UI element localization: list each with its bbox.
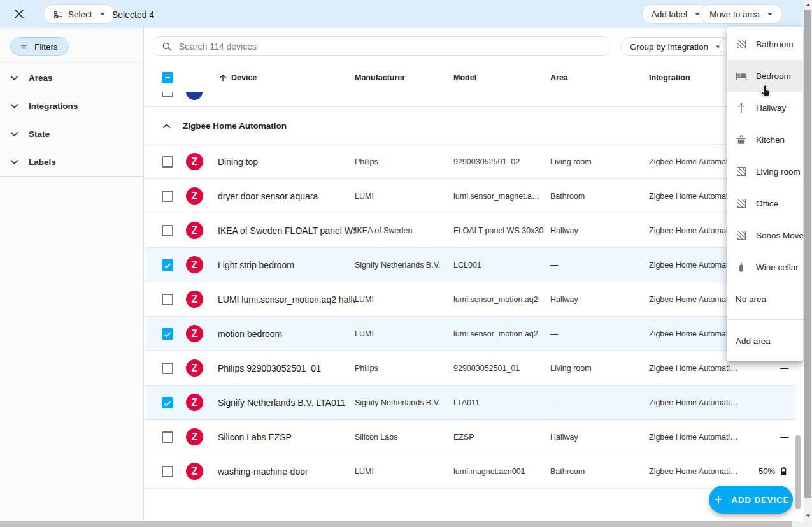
zigbee-logo-icon: Z	[186, 394, 203, 411]
device-row-washing-machine-door[interactable]: Zwashing-machine-doorLUMIlumi.magnet.acn…	[145, 454, 796, 489]
device-manufacturer: Philips	[355, 364, 453, 373]
filters-button[interactable]: Filters	[10, 37, 69, 56]
area-menu-item-label: Kitchen	[756, 135, 785, 145]
area-menu-item-add-area[interactable]: Add area	[727, 325, 803, 357]
device-model: LTA011	[453, 398, 550, 407]
table-scrollbar-thumb[interactable]	[795, 435, 801, 509]
horizontal-scrollbar[interactable]	[0, 521, 804, 527]
close-icon[interactable]	[13, 8, 25, 20]
area-menu-item-living-room[interactable]: Living room	[727, 155, 803, 187]
device-row-ikea-of-sweden-floalt-panel-ws[interactable]: ZIKEA of Sweden FLOALT panel WSIKEA of S…	[145, 213, 796, 248]
cooking-pot-icon	[736, 134, 747, 145]
area-menu-item-sonos-move[interactable]: Sonos Move	[727, 219, 803, 251]
partially-scrolled-row[interactable]	[145, 92, 796, 107]
vertical-scrollbar-thumb[interactable]	[804, 10, 811, 498]
column-header-area[interactable]: Area	[550, 73, 649, 82]
search-box[interactable]	[153, 36, 609, 56]
device-row-lumi-lumi-sensor-motion-aq2-hallw[interactable]: ZLUMI lumi.sensor_motion.aq2 hallwLUMIlu…	[145, 282, 796, 317]
device-manufacturer: LUMI	[355, 295, 453, 304]
device-area: Bathroom	[550, 192, 649, 201]
texture-area-icon	[737, 231, 746, 240]
menu-divider	[727, 319, 803, 320]
device-integration: Zigbee Home Automati…	[649, 433, 753, 442]
search-icon	[161, 41, 173, 52]
scroll-up-arrow-icon[interactable]	[806, 3, 811, 8]
row-checkbox[interactable]	[162, 225, 173, 236]
device-name: Silicon Labs EZSP	[218, 432, 355, 442]
filter-icon	[18, 41, 29, 52]
zigbee-logo-icon: Z	[186, 359, 203, 377]
device-row-dining-top[interactable]: ZDining topPhilips929003052501_02Living …	[145, 145, 796, 179]
select-mode-button[interactable]: Select	[43, 4, 115, 24]
device-area: —	[550, 261, 649, 270]
device-manufacturer: IKEA of Sweden	[355, 226, 453, 235]
row-checkbox[interactable]	[162, 191, 173, 202]
bed-icon	[736, 70, 747, 82]
select-button-label: Select	[68, 10, 92, 19]
device-area: Bathroom	[550, 467, 649, 476]
sidebar-section-labels[interactable]: Labels	[0, 148, 143, 177]
vertical-scrollbar[interactable]	[804, 0, 812, 521]
texture-area-icon	[737, 199, 746, 208]
group-by-label: Group by Integration	[630, 42, 708, 52]
row-checkbox[interactable]	[162, 363, 173, 374]
add-device-button[interactable]: ADD DEVICE	[709, 486, 793, 514]
plus-icon	[712, 493, 725, 506]
zigbee-logo-icon: Z	[186, 463, 203, 480]
device-row-dryer-door-sensor-aquara[interactable]: Zdryer door sensor aquaraLUMIlumi.sensor…	[145, 179, 796, 213]
search-input[interactable]	[179, 41, 601, 52]
add-area-label: Add area	[736, 336, 771, 346]
zigbee-logo-icon: Z	[186, 187, 203, 205]
row-checkbox[interactable]	[162, 466, 173, 477]
area-menu-item-no-area[interactable]: No area	[727, 283, 803, 315]
devices-main: Group by Integration Device Manufacturer…	[145, 28, 804, 521]
row-checkbox[interactable]	[162, 328, 173, 340]
device-row-signify-netherlands-b-v-lta011[interactable]: ZSignify Netherlands B.V. LTA011Signify …	[145, 386, 796, 420]
move-to-area-button[interactable]: Move to area	[700, 4, 783, 24]
device-integration: Zigbee Home Automati…	[649, 398, 753, 407]
area-menu-item-label: Wine cellar	[756, 263, 799, 272]
horizontal-scrollbar-thumb[interactable]	[0, 521, 792, 527]
sidebar-section-state[interactable]: State	[0, 120, 143, 148]
device-manufacturer: Signify Netherlands B.V.	[355, 398, 453, 407]
select-all-checkbox[interactable]	[162, 72, 173, 83]
area-menu-item-bathroom[interactable]: Bathroom	[727, 28, 803, 60]
device-model: lumi.sensor_motion.aq2	[453, 329, 550, 338]
group-header-row[interactable]: Zigbee Home Automation	[145, 107, 796, 145]
texture-area-icon	[737, 40, 746, 48]
device-row-silicon-labs-ezsp[interactable]: ZSilicon Labs EZSPSilicon LabsEZSPHallwa…	[145, 420, 796, 454]
row-checkbox[interactable]	[162, 259, 173, 271]
zigbee-logo-icon: Z	[186, 291, 203, 308]
area-menu-item-bedroom[interactable]: Bedroom	[727, 60, 803, 92]
check-icon	[163, 261, 172, 270]
column-header-device[interactable]: Device	[218, 73, 355, 83]
row-checkbox[interactable]	[162, 397, 173, 408]
device-manufacturer: Signify Netherlands B.V.	[355, 261, 453, 270]
scroll-down-arrow-icon[interactable]	[806, 513, 811, 518]
row-checkbox[interactable]	[162, 156, 173, 168]
row-checkbox[interactable]	[162, 92, 173, 97]
column-header-model[interactable]: Model	[453, 73, 550, 82]
device-row-philips-929003052501-01[interactable]: ZPhilips 929003052501_01Philips929003052…	[145, 351, 796, 386]
group-by-button[interactable]: Group by Integration	[620, 37, 731, 56]
area-menu-item-label: Office	[756, 199, 778, 208]
device-row-light-strip-bedroom[interactable]: ZLight strip bedroomSignify Netherlands …	[145, 248, 796, 282]
sidebar-section-integrations[interactable]: Integrations	[0, 92, 143, 120]
battery-50-icon	[779, 466, 788, 477]
column-header-manufacturer[interactable]: Manufacturer	[355, 73, 453, 82]
area-menu-item-office[interactable]: Office	[727, 187, 803, 219]
area-menu-item-label: Bathroom	[756, 40, 794, 49]
zigbee-logo-icon: Z	[186, 222, 203, 239]
area-menu-item-wine-cellar[interactable]: Wine cellar	[727, 251, 803, 283]
row-checkbox[interactable]	[162, 431, 173, 443]
check-icon	[163, 399, 172, 408]
device-row-motion-bedroom[interactable]: Zmotion bedroomLUMIlumi.sensor_motion.aq…	[145, 317, 796, 351]
area-menu-item-hallway[interactable]: Hallway	[727, 92, 803, 124]
sidebar-section-label: Labels	[29, 157, 56, 167]
sidebar-sections: AreasIntegrationsStateLabels	[0, 64, 143, 177]
row-checkbox[interactable]	[162, 294, 173, 305]
selected-count: Selected 4	[112, 10, 154, 20]
area-menu-item-kitchen[interactable]: Kitchen	[727, 124, 803, 155]
sidebar-section-areas[interactable]: Areas	[0, 64, 143, 92]
device-integration: Zigbee Home Automati…	[649, 467, 753, 476]
